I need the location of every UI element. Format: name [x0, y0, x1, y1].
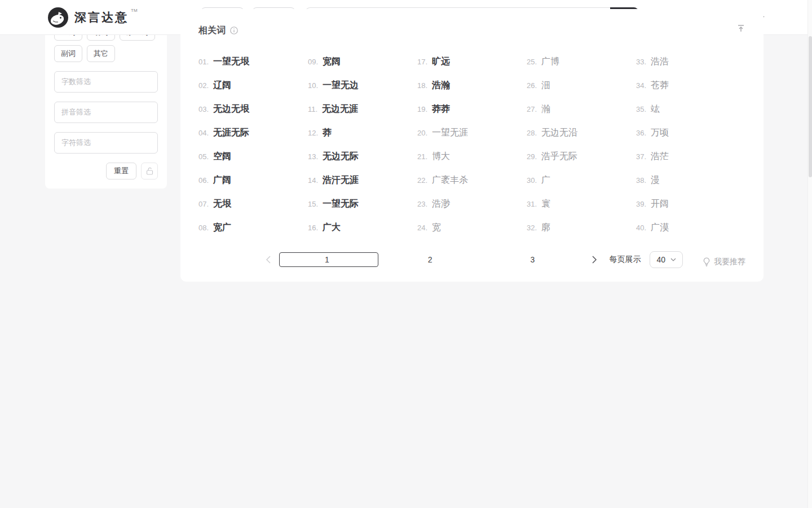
pagination-pages: 123	[279, 252, 583, 267]
related-word-item[interactable]: 29.浩乎无际	[527, 151, 636, 163]
related-word-text: 博大	[432, 151, 450, 163]
related-word-number: 40.	[636, 224, 646, 232]
related-word-number: 37.	[636, 152, 646, 161]
info-icon[interactable]	[230, 27, 238, 34]
related-word-item[interactable]: 39.开阔	[636, 198, 745, 210]
related-word-item[interactable]: 15.一望无际	[308, 198, 417, 210]
related-word-item[interactable]: 31.寰	[527, 198, 636, 210]
related-word-item[interactable]: 04.无涯无际	[198, 127, 308, 139]
pos-chip[interactable]: 副词	[54, 45, 82, 62]
chevron-down-icon	[670, 258, 676, 261]
related-word-text: 无边无际	[323, 151, 359, 163]
related-word-item[interactable]: 02.辽阔	[198, 80, 308, 91]
related-word-item[interactable]: 05.空阔	[198, 151, 308, 163]
related-word-item[interactable]: 22.广袤丰杀	[417, 174, 527, 186]
pagination-page-2[interactable]: 2	[383, 252, 481, 267]
related-words-title: 相关词	[198, 25, 226, 37]
next-page-icon[interactable]	[588, 253, 601, 266]
brand[interactable]: 深言达意 TM	[47, 7, 138, 28]
related-word-item[interactable]: 18.浩瀚	[417, 80, 527, 91]
related-word-number: 30.	[527, 176, 537, 185]
related-word-text: 一望无际	[323, 198, 359, 210]
related-word-item[interactable]: 37.浩茫	[636, 151, 745, 163]
related-word-item[interactable]: 40.广漠	[636, 222, 745, 234]
related-word-item[interactable]: 34.苍莽	[636, 80, 745, 91]
related-word-text: 浩乎无际	[541, 151, 577, 163]
related-word-item[interactable]: 21.博大	[417, 151, 527, 163]
back-to-top-icon[interactable]	[736, 24, 745, 33]
pos-chip[interactable]: 其它	[87, 45, 115, 62]
related-word-text: 廓	[541, 222, 550, 234]
brand-name: 深言达意	[74, 7, 129, 28]
related-word-item[interactable]: 25.广博	[527, 56, 636, 68]
related-word-item[interactable]: 36.万顷	[636, 127, 745, 139]
per-page-select[interactable]: 40	[650, 251, 683, 268]
related-word-item[interactable]: 28.无边无沿	[527, 127, 636, 139]
scrollbar-thumb[interactable]	[809, 36, 812, 177]
related-word-item[interactable]: 07.无垠	[198, 198, 308, 210]
related-word-item[interactable]: 35.竑	[636, 103, 745, 115]
related-word-number: 06.	[198, 176, 209, 185]
related-word-text: 空阔	[213, 151, 231, 163]
related-word-text: 浩瀚	[432, 80, 450, 91]
related-word-item[interactable]: 24.宽	[417, 222, 527, 234]
related-word-number: 05.	[198, 152, 209, 161]
related-word-number: 28.	[527, 129, 537, 137]
lock-button[interactable]	[141, 163, 158, 179]
related-word-item[interactable]: 17.旷远	[417, 56, 527, 68]
related-word-item[interactable]: 26.沺	[527, 80, 636, 91]
related-word-item[interactable]: 03.无边无垠	[198, 103, 308, 115]
related-word-item[interactable]: 33.浩浩	[636, 56, 745, 68]
related-word-text: 辽阔	[213, 80, 231, 91]
related-word-number: 39.	[636, 200, 646, 208]
related-word-text: 广	[541, 174, 550, 186]
pinyin-filter-input[interactable]	[54, 102, 158, 123]
related-word-item[interactable]: 10.一望无边	[308, 80, 417, 91]
related-word-number: 38.	[636, 176, 646, 185]
related-word-text: 浩渺	[432, 198, 450, 210]
related-word-number: 17.	[417, 58, 427, 66]
related-word-number: 14.	[308, 176, 318, 185]
related-word-item[interactable]: 20.一望无涯	[417, 127, 527, 139]
related-word-number: 33.	[636, 58, 646, 66]
filter-actions: 重置	[54, 163, 158, 179]
related-word-item[interactable]: 01.一望无垠	[198, 56, 308, 68]
pagination-page-3[interactable]: 3	[486, 252, 584, 267]
char-count-filter-input[interactable]	[54, 71, 158, 93]
pagination-page-1[interactable]: 1	[279, 252, 378, 267]
related-word-item[interactable]: 06.广阔	[198, 174, 308, 186]
related-word-item[interactable]: 30.广	[527, 174, 636, 186]
related-word-number: 10.	[308, 81, 318, 90]
related-word-item[interactable]: 38.漫	[636, 174, 745, 186]
related-word-text: 广袤丰杀	[432, 174, 468, 186]
character-filter-input[interactable]	[54, 132, 158, 154]
recommend-button[interactable]: 我要推荐	[703, 257, 745, 267]
related-word-number: 08.	[198, 224, 209, 232]
related-word-item[interactable]: 08.宽广	[198, 222, 308, 234]
related-word-item[interactable]: 27.瀚	[527, 103, 636, 115]
related-word-item[interactable]: 23.浩渺	[417, 198, 527, 210]
related-word-number: 13.	[308, 152, 318, 161]
related-word-number: 23.	[417, 200, 427, 208]
related-word-number: 34.	[636, 81, 646, 90]
previous-page-icon[interactable]	[261, 253, 275, 266]
related-word-text: 宽	[432, 222, 441, 234]
related-word-number: 12.	[308, 129, 318, 137]
related-word-item[interactable]: 12.莽	[308, 127, 417, 139]
related-word-item[interactable]: 32.廓	[527, 222, 636, 234]
related-word-item[interactable]: 11.无边无涯	[308, 103, 417, 115]
related-word-number: 15.	[308, 200, 318, 208]
related-word-item[interactable]: 14.浩汗无涯	[308, 174, 417, 186]
related-word-item[interactable]: 13.无边无际	[308, 151, 417, 163]
related-word-item[interactable]: 09.宽阔	[308, 56, 417, 68]
related-word-text: 旷远	[432, 56, 450, 68]
reset-button[interactable]: 重置	[106, 163, 136, 179]
related-word-number: 19.	[417, 105, 427, 113]
related-word-item[interactable]: 19.莽莽	[417, 103, 527, 115]
related-word-text: 开阔	[651, 198, 669, 210]
scrollbar-track[interactable]	[807, 0, 812, 508]
related-word-text: 沺	[541, 80, 550, 91]
related-word-item[interactable]: 16.广大	[308, 222, 417, 234]
related-word-text: 无涯无际	[213, 127, 249, 139]
related-word-text: 莽莽	[432, 103, 450, 115]
